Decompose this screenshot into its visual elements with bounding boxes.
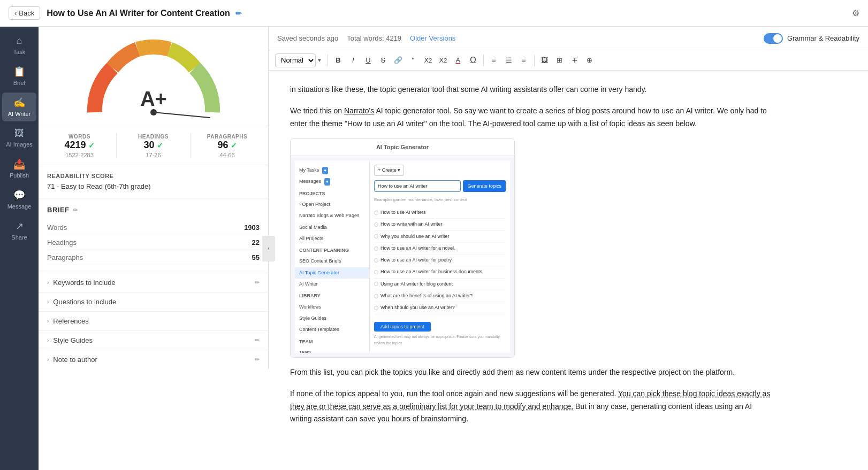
quote-button[interactable]: " [406,53,420,67]
narrato-link[interactable]: Narrato's [344,106,374,115]
style-guides-edit-icon[interactable]: ✏ [255,337,260,344]
mock-content-planning-title: CONTENT PLANNING [295,244,369,256]
note-edit-icon[interactable]: ✏ [255,356,260,363]
mock-main-content: + Create ▾ Generate topics Example: gard… [370,160,510,353]
mock-narrato: Narrato Blogs & Web Pages [295,210,369,221]
strikethrough-button[interactable]: S [376,53,390,67]
mock-topic-0: How to use AI writers [374,207,506,219]
stat-headings: HEADINGS 30 ✓ 17-26 [121,134,186,158]
brief-section: BRIEF ✏ Words 1903 Headings 22 Paragraph… [39,198,268,273]
clear-format-button[interactable]: T̶ [568,53,582,67]
mock-topic-7: What are the benefits of using an AI wri… [374,290,506,302]
image-button[interactable]: 🖼 [538,53,552,67]
nav-task[interactable]: ⌂ Task [2,31,36,59]
ordered-list-button[interactable]: ≡ [487,53,501,67]
nav-ai-writer[interactable]: ✍ AI Writer [2,93,36,121]
grammar-toggle[interactable] [764,33,783,44]
nav-message[interactable]: 💬 Message [2,185,36,214]
nav-message-label: Message [7,203,32,210]
sidebar-collapse-button[interactable]: ‹ [262,236,275,261]
mock-messages: Messages ● [295,176,369,187]
stat-headings-label: HEADINGS [121,134,186,140]
older-versions-link[interactable]: Older Versions [410,34,455,42]
nav-publish[interactable]: 📤 Publish [2,154,36,183]
collapsible-note[interactable]: › Note to author ✏ [39,350,268,369]
grammar-toggle-wrap: Grammar & Readability [764,33,859,44]
gear-icon[interactable]: ⚙ [852,8,859,18]
format-style-select[interactable]: Normal [275,53,316,67]
brief-row-headings: Headings 22 [47,235,260,250]
editor-content[interactable]: in situations like these, the topic gene… [269,71,868,470]
stat-words-check: ✓ [88,141,95,150]
editor-text-body: in situations like these, the topic gene… [290,83,772,426]
mock-projects-title: PROJECTS [295,188,369,199]
mock-disclaimer: AI generated text may not always be appr… [374,334,506,346]
questions-chevron: › [47,299,49,305]
stats-row: WORDS 4219 ✓ 1522-2283 HEADINGS 30 ✓ 17-… [39,127,268,165]
format-chevron-icon: ▼ [317,57,322,63]
mock-app: My Tasks ● Messages ● PROJECTS › Open Pr… [295,160,510,353]
gauge-container: A+ [39,27,268,127]
back-chevron: ‹ [14,9,17,17]
paragraph-2: We tried this on Narrato's AI topic gene… [290,105,772,130]
back-button[interactable]: ‹ Back [9,6,40,20]
bold-button[interactable]: B [331,53,345,67]
stat-headings-range: 17-26 [121,152,186,158]
mock-topic-2: Why you should use an AI writer [374,231,506,243]
mock-style-guides: Style Guides [295,313,369,324]
grammar-label: Grammar & Readability [787,34,859,42]
collapsible-keywords[interactable]: › Keywords to include ✏ [39,273,268,292]
sidebar: A+ WORDS 4219 ✓ 1522-2283 HEADINGS [39,27,269,369]
keywords-edit-icon[interactable]: ✏ [255,279,260,286]
brief-words-label: Words [47,224,67,232]
collapsible-references[interactable]: › References [39,311,268,330]
paragraph-4: If none of the topics appeal to you, run… [290,388,772,426]
text-color-button[interactable]: A [451,53,465,67]
screenshot-inner: My Tasks ● Messages ● PROJECTS › Open Pr… [291,156,514,357]
mock-search-field[interactable] [374,180,461,192]
back-label: Back [19,9,34,17]
underline-button[interactable]: U [361,53,375,67]
svg-text:A+: A+ [140,88,167,110]
screenshot-title: AI Topic Generator [291,139,514,156]
mock-create-button: + Create ▾ [374,165,404,176]
mock-add-topics-button[interactable]: Add topics to project [374,322,431,332]
nav-task-label: Task [13,49,26,55]
unordered-list-button[interactable]: ☰ [502,53,516,67]
align-button[interactable]: ≡ [517,53,531,67]
editor-topbar: Saved seconds ago Total words: 4219 Olde… [269,27,868,50]
superscript-button[interactable]: X2 [436,53,450,67]
mock-topic-1: How to write with an AI writer [374,219,506,230]
brief-edit-icon[interactable]: ✏ [73,206,78,214]
more-options-button[interactable]: ⊕ [583,53,597,67]
publish-icon: 📤 [13,158,25,170]
collapsible-style-guides[interactable]: › Style Guides ✏ [39,330,268,350]
nav-ai-images[interactable]: 🖼 AI Images [2,124,36,152]
collapsible-questions[interactable]: › Questions to include [39,292,268,311]
stat-paragraphs-value: 96 ✓ [195,140,260,151]
page-title: How to Use An AI Writer for Content Crea… [47,9,846,18]
brief-title: BRIEF [47,206,70,214]
brief-words-value: 1903 [244,224,260,232]
references-label: References [53,317,260,325]
stat-paragraphs-label: PARAGRAPHS [195,134,260,140]
brief-headings-label: Headings [47,238,77,246]
nav-share[interactable]: ↗ Share [2,216,36,245]
subscript-button[interactable]: X2 [421,53,435,67]
mock-sidebar: My Tasks ● Messages ● PROJECTS › Open Pr… [295,160,370,353]
paragraph-3: From this list, you can pick the topics … [290,366,772,379]
link-button[interactable]: 🔗 [391,53,405,67]
italic-button[interactable]: I [346,53,360,67]
mock-workflows: Workflows [295,302,369,313]
special-chars-button[interactable]: Ω [466,53,480,67]
nav-brief[interactable]: 📋 Brief [2,61,36,90]
table-button[interactable]: ⊞ [553,53,567,67]
toolbar-separator-1 [328,55,328,66]
main-layout: ⌂ Task 📋 Brief ✍ AI Writer 🖼 AI Images 📤… [0,27,868,470]
format-toolbar: Normal ▼ B I U S 🔗 " X2 X2 A Ω ≡ ☰ ≡ 🖼 ⊞… [269,50,868,71]
stat-words-label: WORDS [47,134,112,140]
left-nav: ⌂ Task 📋 Brief ✍ AI Writer 🖼 AI Images 📤… [0,27,39,470]
mock-generate-button[interactable]: Generate topics [463,180,506,192]
title-edit-icon[interactable]: ✏ [235,9,242,18]
mock-my-tasks: My Tasks ● [295,165,369,176]
